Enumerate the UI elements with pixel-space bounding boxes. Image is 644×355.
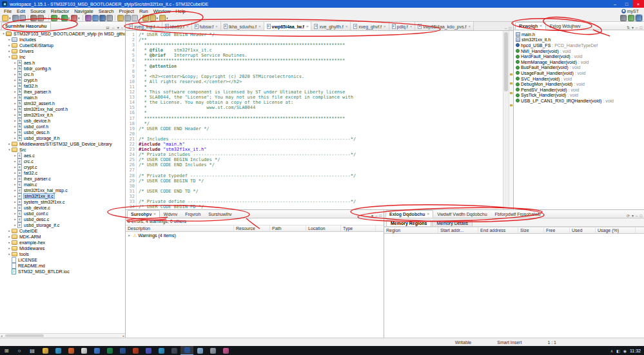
menu-file[interactable]: File bbox=[1, 8, 14, 14]
tree-item[interactable]: ▸Drivers bbox=[0, 48, 125, 54]
outline-item[interactable]: SVC_Handler(void) : void bbox=[514, 76, 644, 82]
problems-tab[interactable]: Frqvroh bbox=[181, 210, 204, 218]
editor-tab[interactable]: cidw65.f× bbox=[162, 22, 192, 30]
expander-icon[interactable]: ▸ bbox=[13, 84, 17, 88]
close-tab-icon[interactable]: × bbox=[540, 24, 542, 28]
debug-perspective-icon[interactable] bbox=[628, 15, 634, 21]
debug-icon[interactable] bbox=[51, 15, 57, 21]
subtab-memory-regions[interactable]: Memory Regions bbox=[386, 220, 431, 226]
menu-run[interactable]: Run bbox=[137, 8, 151, 14]
expander-icon[interactable]: ▸ bbox=[13, 224, 17, 227]
back-dropdown-icon[interactable]: ▾ bbox=[157, 16, 159, 20]
tree-item[interactable]: ▸cusbd_storage_if.c bbox=[0, 222, 125, 228]
memory-column-free[interactable]: Free bbox=[544, 227, 570, 233]
warning-mark-icon[interactable] bbox=[510, 73, 512, 75]
close-tab-icon[interactable]: × bbox=[153, 212, 156, 216]
tree-item[interactable]: ▸ccrypt.c bbox=[0, 164, 125, 170]
collapse-all-icon[interactable]: ⊟ bbox=[106, 25, 110, 30]
memory-column-region[interactable]: Region bbox=[384, 227, 438, 233]
analyzer-tab[interactable]: Vwdwlf Vwdfn Dqdobchu bbox=[433, 210, 491, 218]
tree-item[interactable]: ▸example-hex bbox=[0, 240, 125, 245]
tree-item[interactable]: ▸hbtldr_config.h bbox=[0, 66, 125, 72]
next-annotation-icon[interactable] bbox=[124, 15, 131, 21]
expander-icon[interactable]: ▸ bbox=[13, 90, 17, 93]
expander-icon[interactable]: ▸ bbox=[13, 183, 17, 186]
close-tab-icon[interactable]: × bbox=[427, 212, 430, 216]
expander-icon[interactable]: ▸ bbox=[13, 125, 17, 128]
link-with-editor-icon[interactable]: ↔ bbox=[112, 26, 115, 30]
tree-item[interactable]: ▸husbd_storage_if.h bbox=[0, 135, 125, 141]
expander-icon[interactable]: ▸ bbox=[7, 235, 12, 238]
code-text[interactable]: /* USER CODE BEGIN Header *//** ********… bbox=[137, 31, 503, 209]
expander-icon[interactable]: ▾ bbox=[7, 55, 12, 59]
problems-column-description[interactable]: Description bbox=[126, 225, 234, 231]
tree-item[interactable]: ▾STM32F103_MSD_BOOTLOADER_sfylp (in MSD_… bbox=[0, 31, 125, 37]
tree-item[interactable]: ▸hcrc.h bbox=[0, 72, 125, 77]
outline-item[interactable]: BusFault_Handler(void) : void bbox=[514, 65, 644, 71]
editor-tab[interactable]: cxve_ghylfh.f× bbox=[311, 22, 351, 30]
tree-item[interactable]: ▸hstm32f1xx_hal_conf.h bbox=[0, 106, 125, 112]
expander-icon[interactable]: ▸ bbox=[7, 142, 12, 146]
expander-icon[interactable]: ▸ bbox=[13, 131, 17, 134]
expander-icon[interactable]: ▸ bbox=[13, 73, 17, 76]
tree-item[interactable]: LICENSE bbox=[0, 257, 125, 263]
expander-icon[interactable]: ▸ bbox=[7, 44, 12, 47]
expander-icon[interactable]: ▾ bbox=[1, 32, 6, 35]
tree-item[interactable]: ▸cmain.c bbox=[0, 182, 125, 187]
problems-column-path[interactable]: Path bbox=[270, 225, 306, 231]
debug-dropdown-icon[interactable]: ▾ bbox=[58, 16, 60, 20]
tree-item[interactable]: ▸ccrc.c bbox=[0, 158, 125, 164]
expander-icon[interactable]: ▸ bbox=[13, 177, 17, 180]
taskbar-app-10[interactable] bbox=[155, 346, 168, 355]
code-editor[interactable]: 1234567891011121314151617181920212223242… bbox=[126, 31, 513, 209]
search-icon[interactable] bbox=[99, 15, 106, 21]
maximize-view-icon[interactable]: □ bbox=[639, 214, 642, 218]
editor-tab[interactable]: cvwp65i4aa_kdo_pvs.f× bbox=[415, 22, 474, 30]
expander-icon[interactable]: ▸ bbox=[13, 67, 17, 70]
close-tab-icon[interactable]: × bbox=[384, 24, 386, 28]
tree-item[interactable]: ▸MDK-ARM bbox=[0, 234, 125, 240]
tray-chevron-icon[interactable]: ∧ bbox=[610, 349, 613, 353]
view-menu-icon[interactable]: ▾ bbox=[632, 25, 634, 30]
save-all-icon[interactable] bbox=[19, 15, 26, 21]
editor-tab[interactable]: clkha_sduvhu.f× bbox=[221, 22, 264, 30]
maximize-view-icon[interactable]: □ bbox=[639, 26, 642, 30]
expander-icon[interactable]: ▸ bbox=[13, 195, 17, 198]
maximize-editor-icon[interactable]: □ bbox=[509, 26, 511, 30]
expander-icon[interactable]: ▾ bbox=[7, 148, 12, 151]
view-menu-icon[interactable]: ▾ bbox=[117, 25, 119, 30]
tree-item[interactable]: ▸husb_device.h bbox=[0, 118, 125, 124]
minimize-view-icon[interactable]: – bbox=[636, 26, 638, 30]
expander-icon[interactable]: ▸ bbox=[13, 108, 17, 111]
expander-icon[interactable]: ▸ bbox=[127, 234, 132, 237]
expander-icon[interactable]: ▸ bbox=[13, 189, 17, 192]
new-c-file-icon[interactable] bbox=[92, 15, 99, 21]
expander-icon[interactable]: ▸ bbox=[13, 206, 17, 209]
expander-icon[interactable]: ▸ bbox=[13, 137, 17, 140]
tree-item[interactable]: ▸cihex_parser.c bbox=[0, 176, 125, 182]
forward-dropdown-icon[interactable]: ▾ bbox=[166, 16, 168, 20]
expander-icon[interactable]: ▸ bbox=[13, 96, 17, 99]
editor-tab[interactable]: cvwp65i4aa_lw.f× bbox=[264, 22, 312, 30]
outline-item[interactable]: HardFault_Handler(void) : void bbox=[514, 53, 644, 59]
forward-icon[interactable] bbox=[159, 15, 166, 21]
outline-item[interactable]: hpcd_USB_FS : PCD_HandleTypeDef bbox=[514, 43, 644, 48]
taskbar-app-7[interactable] bbox=[116, 346, 129, 355]
taskbar-app-6[interactable] bbox=[103, 346, 116, 355]
sort-icon[interactable]: ⇅ bbox=[627, 25, 630, 30]
minimize-view-icon[interactable]: – bbox=[121, 26, 123, 30]
problems-warnings-group-row[interactable]: ▸ ⚠ Warnings (4 items) bbox=[126, 232, 384, 238]
menu-refactor[interactable]: Refactor bbox=[48, 8, 72, 14]
tree-item[interactable]: ▸hihex_parser.h bbox=[0, 89, 125, 95]
refresh-icon[interactable]: ⟳ bbox=[627, 213, 630, 218]
tree-item[interactable]: ▸caes.c bbox=[0, 153, 125, 158]
taskbar-app-15[interactable] bbox=[219, 346, 232, 355]
tree-item[interactable]: iSTM32_MSD_BTLDR.ioc bbox=[0, 269, 125, 274]
build-config-icon[interactable] bbox=[37, 15, 44, 21]
warning-mark-icon[interactable] bbox=[510, 92, 512, 94]
expander-icon[interactable]: ▸ bbox=[13, 200, 17, 204]
run-icon[interactable] bbox=[61, 15, 68, 21]
expander-icon[interactable]: ▸ bbox=[13, 154, 17, 157]
tree-item[interactable]: ▾Src bbox=[0, 147, 125, 153]
editor-vertical-scrollbar[interactable] bbox=[503, 31, 509, 209]
